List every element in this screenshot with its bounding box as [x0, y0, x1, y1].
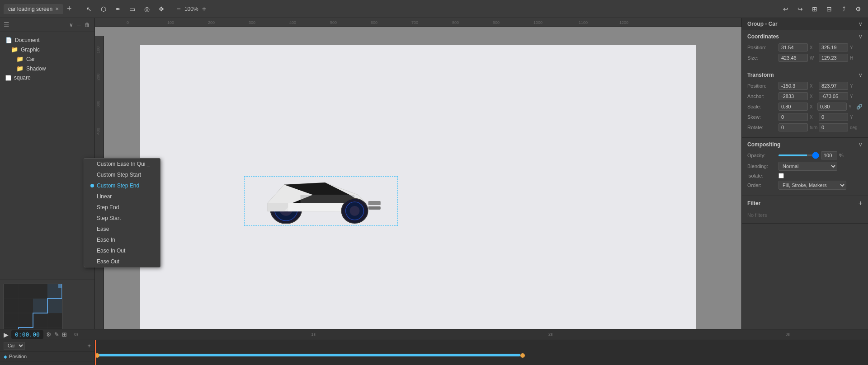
transform-collapse[interactable]: ∨	[859, 72, 863, 78]
compositing-collapse[interactable]: ∨	[859, 141, 863, 148]
timeline-ruler-area: 0s 1s 2s 3s	[74, 329, 864, 340]
size-w-input[interactable]	[778, 54, 808, 62]
coordinates-collapse[interactable]: ∨	[859, 33, 863, 40]
canvas-wrapper[interactable]: 100 200 300 400	[95, 27, 741, 365]
dropdown-item-custom-ease-in[interactable]: Custom Ease In Qui _	[84, 159, 160, 169]
undo-button[interactable]: ↩	[779, 3, 792, 15]
playhead[interactable]	[95, 340, 96, 365]
tree-item-shadow[interactable]: 📁 Shadow	[0, 64, 94, 73]
compositing-header: Compositing ∨	[747, 141, 863, 148]
timeline-body: Car + ◆ Position	[0, 340, 868, 365]
rotate-label: Rotate:	[747, 125, 777, 130]
minimize-panel-button[interactable]: ─	[76, 21, 82, 29]
canvas-white[interactable]	[140, 45, 696, 347]
keyframe-diamond-icon: ◆	[4, 354, 7, 359]
shape-tool[interactable]: ▭	[126, 3, 139, 15]
canvas-area[interactable]: 0 100 200 300 400 500 600 700 800 900 10…	[95, 18, 741, 365]
grid-icon[interactable]: ⊞	[808, 3, 821, 15]
collapse-panel-button[interactable]: ∨	[68, 21, 74, 29]
rotate-row: Rotate: turn deg	[747, 123, 863, 131]
skew-x-input[interactable]	[778, 113, 808, 121]
add-tab-button[interactable]: +	[67, 4, 72, 14]
tree-item-car[interactable]: 📁 Car	[0, 54, 94, 64]
timeline-settings-button[interactable]: ⚙	[46, 331, 52, 338]
svg-text:0s: 0s	[74, 332, 79, 337]
rotate-unit: turn	[810, 125, 817, 130]
opacity-percent: %	[839, 153, 844, 158]
redo-button[interactable]: ↪	[794, 3, 807, 15]
align-icon[interactable]: ⊟	[823, 3, 835, 15]
car-object[interactable]	[244, 176, 398, 226]
active-tab[interactable]: car loading screen ✕	[4, 4, 63, 14]
dropdown-item-step-start[interactable]: Step Start	[84, 213, 160, 224]
track-position: ◆ Position	[0, 352, 94, 361]
dropdown-label-custom-step-start: Custom Step Start	[97, 172, 141, 178]
hand-tool[interactable]: ✥	[155, 3, 168, 15]
delete-panel-button[interactable]: 🗑	[84, 21, 91, 29]
tab-close-icon[interactable]: ✕	[55, 6, 59, 11]
sky-label: Y	[850, 115, 857, 120]
order-select[interactable]: Fill, Stroke, Markers	[778, 181, 846, 190]
dropdown-item-custom-step-end[interactable]: Custom Step End	[84, 180, 160, 191]
add-filter-button[interactable]: +	[859, 200, 863, 207]
dropdown-item-ease-in[interactable]: Ease In	[84, 234, 160, 245]
eye-tool[interactable]: ◎	[141, 3, 153, 15]
size-h-input[interactable]	[819, 54, 848, 62]
ease-dropdown: Custom Ease In Qui _ Custom Step Start C…	[84, 158, 160, 267]
skew-label: Skew:	[747, 114, 777, 120]
timeline-edit-button[interactable]: ✎	[54, 331, 59, 338]
group-collapse-button[interactable]: ∨	[859, 21, 863, 27]
dropdown-item-custom-step-start[interactable]: Custom Step Start	[84, 169, 160, 180]
tree-item-square[interactable]: square	[0, 73, 94, 82]
coordinates-header: Coordinates ∨	[747, 33, 863, 40]
dropdown-item-ease-out[interactable]: Ease Out	[84, 256, 160, 267]
settings-icon[interactable]: ⚙	[852, 3, 864, 15]
node-tool[interactable]: ⬡	[97, 3, 110, 15]
isolate-checkbox[interactable]	[778, 173, 784, 178]
add-track-button[interactable]: +	[87, 342, 91, 349]
timeline-track-area[interactable]	[95, 340, 868, 365]
square-checkbox[interactable]	[5, 75, 11, 81]
svg-text:100: 100	[96, 47, 100, 53]
timeline-layers-button[interactable]: ⊞	[62, 331, 67, 338]
rotate-input[interactable]	[778, 123, 808, 131]
ty-label: Y	[850, 84, 857, 89]
hamburger-icon[interactable]: ☰	[4, 21, 9, 28]
export-icon[interactable]: ⤴	[837, 3, 850, 15]
square-label: square	[14, 75, 31, 81]
lock-icon[interactable]: 🔗	[856, 104, 863, 110]
transform-x-input[interactable]	[778, 82, 808, 90]
inactive-dot-3	[90, 195, 94, 198]
dropdown-item-linear[interactable]: Linear	[84, 191, 160, 202]
pen-tool[interactable]: ✒	[112, 3, 124, 15]
anchor-y-input[interactable]	[819, 92, 848, 100]
dropdown-item-step-end[interactable]: Step End	[84, 202, 160, 213]
time-display[interactable]: 0:00.00	[11, 330, 43, 339]
car-track-select[interactable]: Car	[4, 342, 25, 350]
blending-label: Blending:	[747, 164, 777, 169]
main-layout: ☰ ∨ ─ 🗑 📄 Document 📁 Graphic 📁 Car 📁	[0, 18, 868, 365]
scale-y-input[interactable]	[817, 103, 847, 111]
position-y-input[interactable]	[819, 43, 848, 51]
anchor-x-input[interactable]	[778, 92, 808, 100]
tree-item-document[interactable]: 📄 Document	[0, 36, 94, 45]
transform-y-input[interactable]	[819, 82, 848, 90]
skew-y-input[interactable]	[819, 113, 848, 121]
tree-item-graphic[interactable]: 📁 Graphic	[0, 45, 94, 54]
zoom-in-button[interactable]: +	[200, 5, 208, 13]
dropdown-item-ease[interactable]: Ease	[84, 224, 160, 234]
tx-label: X	[810, 84, 817, 89]
play-button[interactable]: ▶	[4, 331, 9, 338]
dropdown-item-ease-in-out[interactable]: Ease In Out	[84, 245, 160, 256]
position-x-input[interactable]	[778, 43, 808, 51]
scale-x-input[interactable]	[778, 103, 808, 111]
blending-select[interactable]: Normal	[778, 162, 837, 171]
opacity-input[interactable]	[821, 151, 837, 159]
zoom-out-button[interactable]: −	[175, 5, 183, 13]
select-tool[interactable]: ↖	[83, 3, 95, 15]
opacity-slider[interactable]	[778, 154, 819, 156]
rotate-deg-input[interactable]	[819, 123, 848, 131]
keyframe-bar[interactable]	[95, 354, 520, 356]
keyframe-end-dot[interactable]	[520, 353, 525, 358]
zoom-level: 100%	[184, 6, 198, 12]
